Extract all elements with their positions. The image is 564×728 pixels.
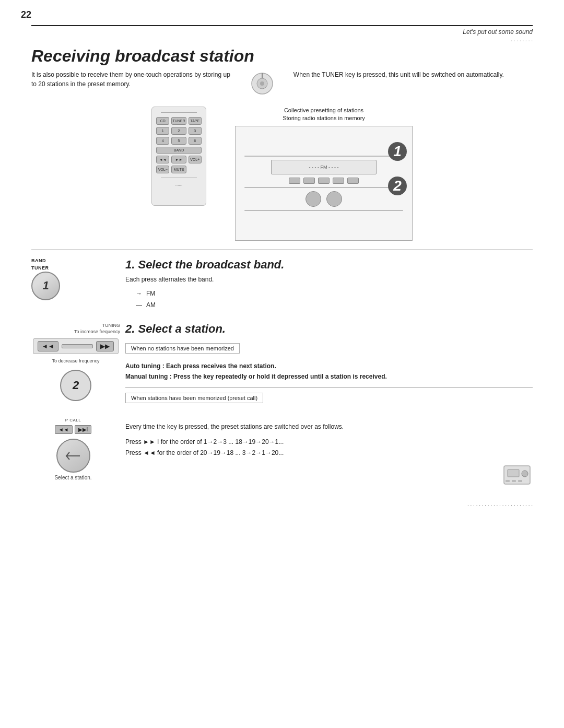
tuning-fwd-btn[interactable]: ▶▶ [96, 341, 114, 351]
press-back-label: Press ◄◄ [125, 449, 156, 456]
preset-desc: Every time the key is pressed, the prese… [125, 422, 533, 432]
decorative-device-icon [501, 463, 533, 489]
diagram-section: CD TUNER TAPE 1 2 3 4 5 6 BAND ◄◄ ►► VOL… [31, 107, 533, 241]
intro-icon-center [246, 70, 278, 97]
p-call-label: P CALL [65, 418, 81, 422]
step2-heading: 2. Select a station. [125, 322, 533, 336]
device-knob-1 [306, 191, 321, 207]
manual-tuning-row: Manual tuning : Press the key repeatedly… [125, 371, 533, 382]
step1-band-label: BAND [31, 258, 46, 263]
device-btn-3 [318, 178, 330, 184]
p-call-tuner: ◄◄ ▶▶I [55, 425, 92, 434]
step1-heading: 1. Select the broadcast band. [125, 258, 533, 272]
remote-btn-tuner: TUNER [171, 117, 186, 125]
remote-btn-1: 1 [156, 127, 169, 135]
device-diagram: Collective presetting of stations Storin… [235, 107, 413, 241]
svg-point-2 [260, 81, 264, 86]
device-line-1 [244, 156, 403, 157]
manual-tuning-label: Manual tuning [125, 373, 168, 380]
remote-bottom-line [161, 178, 197, 178]
to-increase-label: TUNING To increase frequency [74, 322, 120, 335]
step1-tuner-label: TUNER [31, 265, 49, 271]
tuning-slider [62, 344, 93, 348]
remote-btn-mute: MUTE [171, 166, 186, 173]
svg-rect-6 [508, 469, 519, 477]
footnote-text: . . . . . . . . . . . . . . . . . . . . … [467, 501, 533, 507]
step1-band-circle: 1 [31, 272, 60, 300]
device-display: - - - - FM - - - - [271, 160, 377, 174]
section-divider [31, 249, 533, 250]
p-call-back-btn[interactable]: ◄◄ [55, 425, 73, 434]
device-img-box: - - - - FM - - - - [235, 126, 413, 241]
tuning-info: Auto tuning : Each press receives the ne… [125, 361, 533, 382]
remote-footnote: ...... [175, 182, 182, 187]
step3-left-col: P CALL ◄◄ ▶▶I Select a station. [31, 418, 115, 480]
device-box-inner: - - - - FM - - - - [236, 126, 412, 240]
auto-tuning-desc: : Each press receives the next station. [162, 362, 276, 370]
diagram-title: Collective presetting of stations Storin… [235, 107, 413, 123]
step3-content: Every time the key is pressed, the prese… [125, 418, 533, 490]
device-btn-1 [289, 178, 300, 184]
am-row: — AM [136, 300, 533, 310]
step2-circle: 2 [388, 177, 407, 195]
select-station-label: Select a station. [54, 475, 91, 480]
device-knob-2 [326, 191, 342, 207]
device-line-3 [244, 210, 403, 211]
step3-row: P CALL ◄◄ ▶▶I Select a station. Every ti… [31, 418, 533, 490]
step1-left: BAND TUNER 1 [31, 258, 115, 300]
step1-description: Each press alternates the band. [125, 275, 533, 284]
svg-point-7 [522, 471, 528, 477]
remote-btn-2: 2 [171, 127, 186, 135]
remote-btn-3: 3 [189, 127, 202, 135]
section-label-small: . . . . . . . . [31, 37, 533, 42]
intro-text-left: It is also possible to receive them by o… [31, 70, 231, 89]
back-icon [65, 450, 81, 462]
svg-rect-9 [512, 480, 516, 482]
remote-btn-6: 6 [189, 137, 202, 145]
header-right: Let's put out some sound [31, 28, 533, 36]
step-indicators: 1 2 [388, 142, 407, 195]
page-container: 22 Let's put out some sound . . . . . . … [0, 0, 564, 728]
to-decrease-label: To decrease frequency [52, 358, 99, 363]
step1-circle: 1 [388, 142, 407, 161]
page-number: 22 [21, 9, 31, 20]
bottom-icon-area [125, 463, 533, 491]
band-options: → FM — AM [136, 288, 533, 311]
auto-tuning-label: Auto tuning [125, 362, 160, 370]
am-dash: — [136, 300, 142, 310]
preset-press-fwd: Press ►► I for the order of 1→2→3 ... 18… [125, 437, 533, 448]
fm-arrow: → [136, 288, 142, 299]
fm-label: FM [146, 288, 155, 299]
remote-box: CD TUNER TAPE 1 2 3 4 5 6 BAND ◄◄ ►► VOL… [151, 107, 206, 206]
remote-btn-5: 5 [171, 137, 186, 145]
remote-btn-band: BAND [156, 147, 202, 154]
intro-row: It is also possible to receive them by o… [31, 70, 533, 97]
footnote-area: . . . . . . . . . . . . . . . . . . . . … [31, 501, 533, 507]
step3-circle [56, 439, 90, 473]
step3-btn-area [56, 439, 90, 473]
auto-tuning-row: Auto tuning : Each press receives the ne… [125, 361, 533, 371]
remote-btn-prev: ◄◄ [156, 156, 169, 163]
tuner-icon [249, 70, 276, 97]
device-btn-2 [303, 178, 315, 184]
step2-row: TUNING To increase frequency ◄◄ ▶▶ To de… [31, 322, 533, 408]
remote-btn-vol-up: VOL+ [189, 156, 202, 163]
device-btn-5 [347, 178, 359, 184]
tuning-row-box: ◄◄ ▶▶ [33, 338, 119, 354]
p-call-fwd-btn[interactable]: ▶▶I [75, 425, 92, 434]
remote-top-line [161, 112, 197, 113]
step1-row: BAND TUNER 1 1. Select the broadcast ban… [31, 258, 533, 312]
press-fwd-label: Press ►► I [125, 438, 159, 445]
top-rule [31, 25, 533, 26]
press-fwd-desc: for the order of 1→2→3 ... 18→19→20→1... [161, 438, 284, 445]
remote-grid: CD TUNER TAPE 1 2 3 4 5 6 BAND ◄◄ ►► VOL… [156, 117, 202, 173]
preset-press-back: Press ◄◄ for the order of 20→19→18 ... 3… [125, 448, 533, 459]
step2-left-col: TUNING To increase frequency ◄◄ ▶▶ To de… [31, 322, 120, 405]
am-label: AM [146, 300, 156, 310]
remote-btn-tape: TAPE [189, 117, 202, 125]
tuning-back-btn[interactable]: ◄◄ [38, 341, 58, 351]
remote-btn-cd: CD [156, 117, 169, 125]
tuning-divider [125, 387, 533, 388]
remote-btn-next: ►► [171, 156, 186, 163]
remote-btn-4: 4 [156, 137, 169, 145]
